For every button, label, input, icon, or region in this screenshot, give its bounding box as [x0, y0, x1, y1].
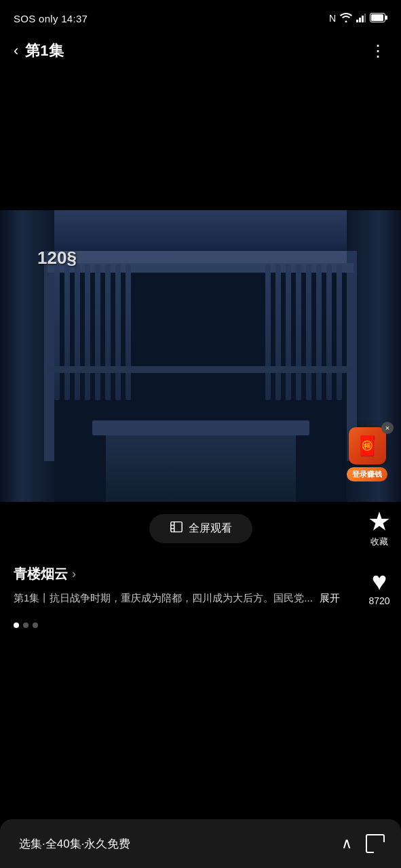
title-bar: ‹ 第1集 ⋮ — [0, 34, 401, 68]
status-bar: SOS only 14:37 N — [0, 0, 401, 34]
railing-bar — [306, 264, 311, 400]
expand-screen-button[interactable] — [366, 834, 385, 853]
railing-bar — [275, 264, 281, 400]
episode-selector-text[interactable]: 选集·全40集·永久免费 — [19, 836, 130, 852]
svg-rect-2 — [362, 16, 364, 22]
show-title: 青楼烟云 — [14, 565, 68, 583]
spacer — [0, 635, 401, 689]
svg-rect-6 — [385, 16, 387, 20]
bottom-bar: 选集·全40集·永久免费 ∧ — [0, 819, 401, 868]
center-platform — [106, 434, 296, 502]
nfc-icon: N — [329, 13, 336, 24]
below-video-area: ★ 收藏 ♥ 8720 全屏观看 青楼烟 — [0, 502, 401, 689]
svg-rect-0 — [356, 20, 358, 22]
railing-bar — [286, 264, 291, 400]
svg-rect-5 — [371, 14, 383, 21]
status-icons: N — [329, 13, 387, 24]
railing-bar — [75, 264, 80, 400]
railing-bar — [64, 264, 70, 400]
star-icon: ★ — [368, 509, 391, 534]
show-description: 第1集丨抗日战争时期，重庆成为陪都，四川成为大后方。国民党... 展开 — [14, 590, 387, 606]
railing-bar — [105, 264, 111, 400]
battery-icon — [370, 13, 387, 24]
content-area: 青楼烟云 › 第1集丨抗日战争时期，重庆成为陪都，四川成为大后方。国民党... … — [0, 554, 401, 613]
railing-bar — [85, 264, 90, 400]
svg-rect-1 — [359, 18, 361, 22]
svg-rect-3 — [364, 14, 366, 22]
middle-section: ★ 收藏 ♥ 8720 全屏观看 青楼烟 — [0, 502, 401, 689]
fullscreen-icon — [170, 521, 183, 536]
show-title-row: 青楼烟云 › — [14, 565, 387, 583]
video-player[interactable]: 120§ × 🧧 登录赚钱 — [0, 210, 401, 502]
svg-rect-7 — [170, 522, 181, 532]
red-packet-close-button[interactable]: × — [381, 422, 394, 434]
like-action[interactable]: ♥ 8720 — [368, 568, 389, 606]
collect-action[interactable]: ★ 收藏 — [368, 509, 391, 548]
red-packet-label[interactable]: 登录赚钱 — [347, 467, 387, 481]
status-time: SOS only 14:37 — [14, 13, 88, 24]
bottom-right-actions: ∧ — [341, 834, 385, 853]
horizontal-beam-2 — [47, 366, 354, 373]
left-railing — [54, 264, 136, 400]
wifi-icon — [340, 13, 352, 24]
railing-bar — [337, 264, 342, 400]
railing-bar — [326, 264, 332, 400]
railing-bar — [316, 264, 322, 400]
heart-icon: ♥ — [372, 568, 387, 594]
dot-1 — [14, 623, 19, 628]
fullscreen-button[interactable]: 全屏观看 — [149, 514, 252, 543]
railing-bar — [54, 264, 60, 400]
description-text: 第1集丨抗日战争时期，重庆成为陪都，四川成为大后方。国民党... — [14, 592, 313, 604]
railing-bar — [126, 264, 131, 400]
collect-label: 收藏 — [370, 536, 388, 548]
railing-bar — [95, 264, 100, 400]
dot-2 — [23, 623, 28, 628]
dot-3 — [33, 623, 38, 628]
fullscreen-label: 全屏观看 — [189, 521, 232, 536]
railing-bar — [296, 264, 301, 400]
episode-title: 第1集 — [25, 41, 63, 61]
red-packet-widget[interactable]: × 🧧 登录赚钱 — [343, 427, 391, 481]
red-packet-emoji: 🧧 — [356, 435, 379, 457]
video-scene: 120§ × 🧧 登录赚钱 — [0, 210, 401, 502]
more-options-button[interactable]: ⋮ — [370, 41, 387, 60]
expand-description-button[interactable]: 展开 — [320, 592, 340, 604]
railing-bar — [115, 264, 121, 400]
like-count: 8720 — [368, 595, 389, 606]
red-packet-icon[interactable]: 🧧 — [349, 427, 386, 465]
railing-bar — [265, 264, 271, 400]
right-railing — [265, 264, 347, 400]
fullscreen-row: 全屏观看 — [0, 502, 401, 554]
video-counter-overlay: 120§ — [37, 248, 77, 269]
back-button[interactable]: ‹ — [14, 42, 18, 60]
show-title-arrow[interactable]: › — [72, 567, 76, 581]
black-top-area — [0, 68, 401, 210]
side-actions: ★ 收藏 ♥ 8720 — [368, 509, 391, 606]
dot-indicator-row — [0, 613, 401, 635]
title-bar-left: ‹ 第1集 — [14, 41, 64, 61]
chevron-up-icon[interactable]: ∧ — [341, 835, 352, 852]
signal-icon — [356, 13, 366, 24]
